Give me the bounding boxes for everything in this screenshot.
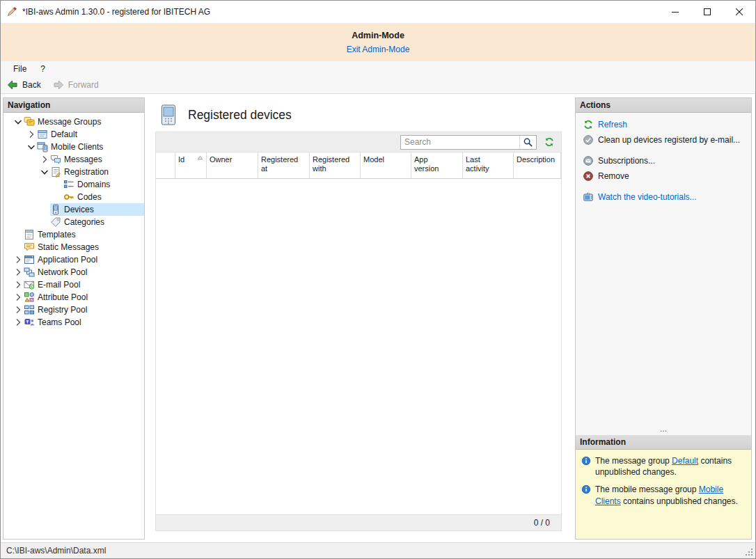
tree-item-registry-pool[interactable]: Registry Pool <box>3 304 144 316</box>
tree-item-network-pool[interactable]: Network Pool <box>3 266 144 278</box>
chevron-right-icon[interactable] <box>38 154 50 165</box>
chevron-down-icon[interactable] <box>38 166 50 178</box>
tree-item-row[interactable]: Attribute Pool <box>24 291 144 304</box>
tv-icon <box>583 191 594 203</box>
chevron-down-icon[interactable] <box>12 116 24 127</box>
tree-item-default[interactable]: Default <box>3 128 144 141</box>
devices-icon <box>50 204 61 215</box>
tree-item-row[interactable]: Templates <box>24 228 144 241</box>
tree-item-row[interactable]: Categories <box>50 216 144 228</box>
back-icon <box>6 79 19 91</box>
info-link-default[interactable]: Default <box>672 456 698 466</box>
search-row <box>156 132 561 152</box>
tree-item-application-pool[interactable]: Application Pool <box>3 253 144 266</box>
minimize-button[interactable] <box>659 1 691 23</box>
tree-item-domains[interactable]: Domains <box>3 178 144 191</box>
tree-item-row[interactable]: E-mail Pool <box>24 278 144 291</box>
tree-item-row[interactable]: Static Messages <box>24 241 144 253</box>
column-header-model[interactable]: Model <box>361 152 411 178</box>
resize-grip[interactable] <box>745 548 754 557</box>
tree-item-registration[interactable]: Registration <box>3 166 144 178</box>
tree-item-codes[interactable]: Codes <box>3 191 144 203</box>
tree-item-row[interactable]: Network Pool <box>24 266 144 278</box>
tree-item-row[interactable]: Registration <box>50 166 144 178</box>
back-button[interactable]: Back <box>6 79 41 91</box>
action-subscriptions[interactable]: Subscriptions... <box>583 155 746 166</box>
navigation-tree: Message GroupsDefaultMobile ClientsMessa… <box>3 113 144 539</box>
table-refresh-icon[interactable] <box>543 136 556 148</box>
tree-item-message-groups[interactable]: Message Groups <box>3 116 144 128</box>
search-input[interactable] <box>401 137 519 147</box>
action-remove[interactable]: Remove <box>583 171 746 182</box>
column-header-registered-at[interactable]: Registered at <box>258 152 310 178</box>
column-header-description[interactable]: Description <box>514 152 561 178</box>
action-refresh[interactable]: Refresh <box>583 119 746 130</box>
menu-file[interactable]: File <box>6 62 33 76</box>
chevron-down-icon[interactable] <box>25 141 37 152</box>
tree-item-static-messages[interactable]: Static Messages <box>3 241 144 253</box>
chevron-right-icon[interactable] <box>25 129 37 140</box>
tree-item-row[interactable]: Mobile Clients <box>37 141 144 153</box>
tree-item-row[interactable]: Application Pool <box>24 253 144 266</box>
column-header-registered-with[interactable]: Registered with <box>310 152 361 178</box>
menu-help[interactable]: ? <box>33 62 52 76</box>
table-body-empty[interactable] <box>156 179 561 514</box>
chevron-right-icon[interactable] <box>12 267 24 278</box>
tree-item-label: Devices <box>64 205 97 214</box>
action-watch-the-video-tutorials[interactable]: Watch the video-tutorials... <box>583 191 746 203</box>
column-label: Id <box>178 155 184 164</box>
window-controls <box>659 1 755 23</box>
column-header-owner[interactable]: Owner <box>207 152 258 178</box>
column-header-id[interactable]: Id <box>175 152 207 178</box>
window-title: *IBI-aws Admin 1.30.0 - registered for I… <box>22 7 210 17</box>
tree-item-row[interactable]: Default <box>37 128 144 141</box>
chevron-right-icon[interactable] <box>12 279 24 290</box>
tree-item-row[interactable]: Devices <box>50 203 144 216</box>
tree-item-row[interactable]: Messages <box>50 153 144 166</box>
tree-item-teams-pool[interactable]: Teams Pool <box>3 316 144 329</box>
action-clean-up-devices-registerd-by-e-mail[interactable]: Clean up devices registerd by e-mail... <box>583 134 746 145</box>
tree-item-row[interactable]: Teams Pool <box>24 316 144 329</box>
maximize-button[interactable] <box>691 1 723 23</box>
tree-item-templates[interactable]: Templates <box>3 228 144 241</box>
tree-item-messages[interactable]: Messages <box>3 153 144 166</box>
column-header-app-version[interactable]: App version <box>411 152 463 178</box>
tree-item-row[interactable]: Registry Pool <box>24 304 144 316</box>
forward-icon <box>52 79 65 91</box>
chevron-right-icon[interactable] <box>12 292 24 303</box>
tree-item-row[interactable]: Domains <box>63 178 144 191</box>
templates-icon <box>24 229 35 240</box>
tree-item-devices[interactable]: Devices <box>3 203 144 216</box>
tree-item-row[interactable]: Codes <box>63 191 144 203</box>
navigation-header: Navigation <box>3 98 144 113</box>
exit-admin-mode-link[interactable]: Exit Admin-Mode <box>347 45 410 54</box>
column-header-last-activity[interactable]: Last activity <box>463 152 514 178</box>
tree-item-mobile-clients[interactable]: Mobile Clients <box>3 141 144 153</box>
chevron-right-icon[interactable] <box>12 304 24 315</box>
devices-table: IdOwnerRegistered atRegistered withModel… <box>155 132 562 531</box>
mobile-clients-icon <box>37 141 48 152</box>
table-footer-count: 0 / 0 <box>534 518 550 528</box>
tree-item-e-mail-pool[interactable]: E-mail Pool <box>3 278 144 291</box>
application-pool-icon <box>24 254 35 265</box>
info-text: The mobile message group <box>595 485 699 494</box>
actions-list: RefreshClean up devices registerd by e-m… <box>576 113 751 424</box>
tree-item-row[interactable]: Message Groups <box>24 116 144 128</box>
forward-label: Forward <box>68 80 99 90</box>
search-icon[interactable] <box>519 136 536 149</box>
info-text: The message group <box>595 456 672 466</box>
column-label: Registered at <box>261 155 306 173</box>
titlebar: *IBI-aws Admin 1.30.0 - registered for I… <box>1 1 755 23</box>
chevron-right-icon[interactable] <box>12 317 24 328</box>
tree-item-categories[interactable]: Categories <box>3 216 144 228</box>
chevron-spacer <box>52 179 63 190</box>
close-button[interactable] <box>723 1 755 23</box>
network-pool-icon <box>24 267 35 278</box>
registered-devices-icon <box>161 104 176 125</box>
chevron-right-icon[interactable] <box>12 254 24 265</box>
tree-item-attribute-pool[interactable]: Attribute Pool <box>3 291 144 304</box>
tree-item-label: E-mail Pool <box>38 280 83 290</box>
forward-button[interactable]: Forward <box>52 79 99 91</box>
content-area: Navigation Message GroupsDefaultMobile C… <box>1 94 755 542</box>
column-header-blank[interactable] <box>156 152 175 178</box>
